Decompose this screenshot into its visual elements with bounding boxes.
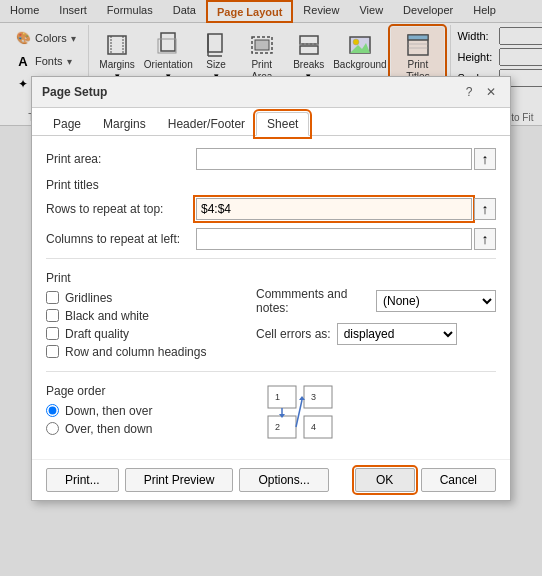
svg-text:2: 2	[275, 422, 280, 432]
comments-row: Commments and notes: (None)	[256, 287, 496, 315]
row-col-headings-checkbox[interactable]	[46, 345, 59, 358]
gridlines-row: Gridlines	[46, 291, 246, 305]
comments-label: Commments and notes:	[256, 287, 370, 315]
print-area-upload-btn[interactable]: ↑	[474, 148, 496, 170]
tab-header-footer[interactable]: Header/Footer	[157, 112, 256, 135]
down-then-over-label: Down, then over	[65, 404, 152, 418]
page-order-section: Page order Down, then over Over, then do…	[46, 380, 496, 447]
print-section-title: Print	[46, 271, 246, 285]
svg-rect-22	[304, 386, 332, 408]
svg-rect-23	[268, 416, 296, 438]
tab-sheet[interactable]: Sheet	[256, 112, 309, 136]
svg-line-31	[296, 400, 302, 427]
comments-select[interactable]: (None)	[376, 290, 496, 312]
dialog-footer: Print... Print Preview Options... OK Can…	[32, 459, 510, 500]
print-area-row: Print area: ↑	[46, 148, 496, 170]
rows-repeat-input[interactable]	[196, 198, 472, 220]
print-area-input[interactable]	[196, 148, 472, 170]
row-col-headings-label: Row and column headings	[65, 345, 206, 359]
print-section: Print Gridlines Black and white Draft qu…	[46, 267, 496, 363]
dialog-tabs: Page Margins Header/Footer Sheet	[32, 108, 510, 136]
row-col-headings-row: Row and column headings	[46, 345, 246, 359]
help-button[interactable]: ?	[460, 83, 478, 101]
page-setup-dialog: Page Setup ? ✕ Page Margins Header/Foote…	[31, 76, 511, 501]
cell-errors-select[interactable]: displayed	[337, 323, 457, 345]
cols-repeat-input[interactable]	[196, 228, 472, 250]
dialog-titlebar: Page Setup ? ✕	[32, 77, 510, 108]
dialog-controls: ? ✕	[460, 83, 500, 101]
print-preview-button[interactable]: Print Preview	[125, 468, 234, 492]
options-button[interactable]: Options...	[239, 468, 328, 492]
cols-repeat-row: Columns to repeat at left: ↑	[46, 228, 496, 250]
black-white-checkbox[interactable]	[46, 309, 59, 322]
print-checkboxes: Print Gridlines Black and white Draft qu…	[46, 267, 246, 363]
dialog-overlay: Page Setup ? ✕ Page Margins Header/Foote…	[0, 0, 542, 576]
gridlines-checkbox[interactable]	[46, 291, 59, 304]
page-order-title: Page order	[46, 384, 246, 398]
over-then-down-row: Over, then down	[46, 422, 246, 436]
svg-rect-21	[268, 386, 296, 408]
cols-repeat-upload-btn[interactable]: ↑	[474, 228, 496, 250]
cell-errors-row: Cell errors as: displayed	[256, 323, 496, 345]
svg-text:3: 3	[311, 392, 316, 402]
dialog-body: Print area: ↑ Print titles Rows to repea…	[32, 136, 510, 459]
comments-section: Commments and notes: (None) Cell errors …	[256, 267, 496, 363]
rows-repeat-row: Rows to repeat at top: ↑	[46, 198, 496, 220]
cols-repeat-label: Columns to repeat at left:	[46, 232, 196, 246]
print-titles-section-label: Print titles	[46, 178, 496, 192]
draft-quality-row: Draft quality	[46, 327, 246, 341]
tab-margins[interactable]: Margins	[92, 112, 157, 135]
page-order-radios: Page order Down, then over Over, then do…	[46, 380, 246, 447]
svg-text:1: 1	[275, 392, 280, 402]
dialog-title: Page Setup	[42, 85, 107, 99]
ok-button[interactable]: OK	[355, 468, 415, 492]
rows-repeat-label: Rows to repeat at top:	[46, 202, 196, 216]
down-then-over-row: Down, then over	[46, 404, 246, 418]
page-order-icon-area: 1 3 2 4	[256, 380, 496, 447]
close-button[interactable]: ✕	[482, 83, 500, 101]
black-white-row: Black and white	[46, 309, 246, 323]
draft-quality-checkbox[interactable]	[46, 327, 59, 340]
rows-repeat-upload-btn[interactable]: ↑	[474, 198, 496, 220]
draft-quality-label: Draft quality	[65, 327, 129, 341]
print-button[interactable]: Print...	[46, 468, 119, 492]
svg-rect-24	[304, 416, 332, 438]
print-area-label: Print area:	[46, 152, 196, 166]
cell-errors-label: Cell errors as:	[256, 327, 331, 341]
tab-page[interactable]: Page	[42, 112, 92, 135]
over-then-down-label: Over, then down	[65, 422, 152, 436]
down-then-over-radio[interactable]	[46, 404, 59, 417]
gridlines-label: Gridlines	[65, 291, 112, 305]
black-white-label: Black and white	[65, 309, 149, 323]
svg-text:4: 4	[311, 422, 316, 432]
page-order-diagram: 1 3 2 4	[266, 384, 496, 447]
over-then-down-radio[interactable]	[46, 422, 59, 435]
cancel-button[interactable]: Cancel	[421, 468, 496, 492]
